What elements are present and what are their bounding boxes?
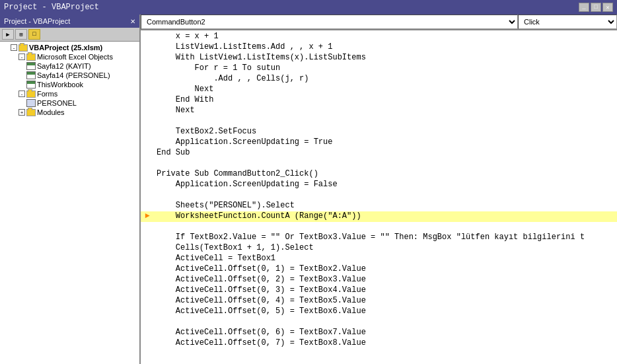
- code-editor[interactable]: x = x + 1 ListView1.ListItems.Add , , x …: [141, 30, 617, 364]
- folder-icon-forms: [26, 91, 36, 98]
- code-line: ActiveCell.Offset(0, 1) = TextBox2.Value: [141, 264, 617, 275]
- line-content: TextBox2.SetFocus: [154, 127, 617, 136]
- toolbar-btn-2[interactable]: ⊞: [15, 29, 27, 40]
- line-arrow: ►: [141, 211, 154, 221]
- main-layout: Project - VBAProject ✕ ▶ ⊞ □ - VBAProjec…: [0, 15, 617, 364]
- code-line: ListView1.ListItems.Add , , x + 1: [141, 42, 617, 53]
- tree-label-excel-objects: Microsoft Excel Objects: [37, 53, 113, 61]
- code-line: [141, 190, 617, 201]
- line-content: If TextBox2.Value = "" Or TextBox3.Value…: [154, 233, 617, 242]
- line-content: Next: [154, 106, 617, 115]
- code-line: Sheets("PERSONEL").Select: [141, 201, 617, 211]
- folder-icon-modules: [26, 109, 36, 116]
- tree-item-personel[interactable]: PERSONEL: [0, 98, 139, 108]
- left-panel: Project - VBAProject ✕ ▶ ⊞ □ - VBAProjec…: [0, 15, 141, 364]
- code-line: With ListView1.ListItems(x).ListSubItems: [141, 53, 617, 63]
- line-content: ListView1.ListItems.Add , , x + 1: [154, 42, 617, 52]
- code-line: .Add , , Cells(j, r): [141, 74, 617, 85]
- code-line: x = x + 1: [141, 32, 617, 42]
- line-content: ActiveCell.Offset(0, 4) = TextBox5.Value: [154, 296, 617, 305]
- title-bar-controls[interactable]: _ □ ✕: [579, 3, 613, 12]
- sheet-icon-sayfa12: [26, 62, 36, 70]
- line-content: WorksheetFunction.CountA (Range("A:A")): [154, 211, 617, 221]
- code-line: For r = 1 To sutun: [141, 63, 617, 74]
- code-line: Next: [141, 85, 617, 95]
- tree-item-vbaproject[interactable]: - VBAProject (25.xlsm): [0, 43, 139, 52]
- code-line: Private Sub CommandButton2_Click(): [141, 169, 617, 180]
- line-content: .Add , , Cells(j, r): [154, 74, 617, 83]
- folder-icon-excel: [26, 54, 36, 61]
- close-button[interactable]: ✕: [602, 3, 613, 12]
- title-bar: Project - VBAProject _ □ ✕: [0, 0, 617, 15]
- tree-label-vbaproject: VBAProject (25.xlsm): [29, 44, 102, 52]
- code-line: TextBox2.SetFocus: [141, 127, 617, 137]
- tree-item-forms[interactable]: - Forms: [0, 89, 139, 98]
- line-content: For r = 1 To sutun: [154, 63, 617, 73]
- toolbar-btn-3[interactable]: □: [28, 29, 40, 40]
- minimize-button[interactable]: _: [579, 3, 589, 12]
- line-content: ActiveCell.Offset(0, 6) = TextBox7.Value: [154, 328, 617, 337]
- code-line: If TextBox2.Value = "" Or TextBox3.Value…: [141, 233, 617, 243]
- dropdown-bar: CommandButton2 Click: [141, 15, 617, 30]
- line-content: Application.ScreenUpdating = False: [154, 180, 617, 189]
- code-line: ActiveCell.Offset(0, 7) = TextBox8.Value: [141, 338, 617, 349]
- maximize-button[interactable]: □: [591, 3, 601, 12]
- folder-icon: [18, 44, 28, 52]
- code-line: Cells(TextBox1 + 1, 1).Select: [141, 243, 617, 254]
- code-line: Application.ScreenUpdating = False: [141, 180, 617, 190]
- tree-item-sayfa12[interactable]: Sayfa12 (KAYIT): [0, 61, 139, 71]
- line-content: ActiveCell.Offset(0, 3) = TextBox4.Value: [154, 285, 617, 295]
- code-line: ActiveCell.Offset(0, 6) = TextBox7.Value: [141, 328, 617, 338]
- tree-item-sayfa14[interactable]: Sayfa14 (PERSONEL): [0, 71, 139, 80]
- code-line: Next: [141, 106, 617, 116]
- title-bar-left: Project - VBAProject: [4, 3, 99, 12]
- code-line: [141, 222, 617, 233]
- line-content: ActiveCell.Offset(0, 2) = TextBox3.Value: [154, 275, 617, 284]
- line-content: Private Sub CommandButton2_Click(): [154, 169, 617, 178]
- code-line: ActiveCell.Offset(0, 3) = TextBox4.Value: [141, 285, 617, 296]
- code-line: ActiveCell.Offset(0, 2) = TextBox3.Value: [141, 275, 617, 285]
- code-line: ActiveCell.Offset(0, 4) = TextBox5.Value: [141, 296, 617, 307]
- line-content: ActiveCell.Offset(0, 5) = TextBox6.Value: [154, 307, 617, 316]
- form-icon-personel: [26, 99, 36, 107]
- tree-item-excel-objects[interactable]: - Microsoft Excel Objects: [0, 52, 139, 61]
- tree-label-modules: Modules: [37, 108, 65, 116]
- code-line: ActiveCell.Offset(0, 5) = TextBox6.Value: [141, 307, 617, 317]
- line-content: End With: [154, 95, 617, 104]
- line-content: ActiveCell = TextBox1: [154, 254, 617, 263]
- panel-toolbar: ▶ ⊞ □: [0, 28, 139, 42]
- expand-icon-modules[interactable]: +: [18, 109, 25, 116]
- title-bar-title: Project - VBAProject: [4, 3, 99, 12]
- sheet-icon-thisworkbook: [26, 81, 36, 89]
- expand-icon[interactable]: -: [11, 44, 17, 51]
- tree-item-thisworkbook[interactable]: ThisWorkbook: [0, 80, 139, 89]
- line-content: ActiveCell.Offset(0, 7) = TextBox8.Value: [154, 338, 617, 347]
- code-line: Application.ScreenUpdating = True: [141, 137, 617, 148]
- tree-item-modules[interactable]: + Modules: [0, 108, 139, 117]
- tree-label-thisworkbook: ThisWorkbook: [37, 81, 83, 89]
- code-line: [141, 159, 617, 169]
- code-line: End Sub: [141, 148, 617, 159]
- tree-label-sayfa14: Sayfa14 (PERSONEL): [37, 71, 110, 79]
- line-content: End Sub: [154, 148, 617, 157]
- object-dropdown[interactable]: CommandButton2: [141, 15, 518, 29]
- project-tree: - VBAProject (25.xlsm) - Microsoft Excel…: [0, 42, 139, 364]
- right-panel: CommandButton2 Click x = x + 1 ListView1…: [141, 15, 617, 364]
- line-content: Application.ScreenUpdating = True: [154, 137, 617, 147]
- expand-icon-forms[interactable]: -: [18, 91, 25, 97]
- toolbar-btn-1[interactable]: ▶: [2, 29, 14, 40]
- tree-label-forms: Forms: [37, 90, 57, 98]
- line-content: Next: [154, 85, 617, 94]
- line-content: ActiveCell.Offset(0, 1) = TextBox2.Value: [154, 264, 617, 273]
- event-dropdown[interactable]: Click: [518, 15, 617, 29]
- tree-label-personel: PERSONEL: [37, 99, 77, 107]
- expand-icon-excel[interactable]: -: [18, 54, 25, 60]
- code-line: ActiveCell = TextBox1: [141, 254, 617, 264]
- line-content: Sheets("PERSONEL").Select: [154, 201, 617, 210]
- code-line: [141, 317, 617, 328]
- code-line: End With: [141, 95, 617, 106]
- panel-close-button[interactable]: ✕: [130, 18, 135, 25]
- code-line: [141, 116, 617, 127]
- panel-title: Project - VBAProject ✕: [0, 15, 139, 28]
- line-content: With ListView1.ListItems(x).ListSubItems: [154, 53, 617, 62]
